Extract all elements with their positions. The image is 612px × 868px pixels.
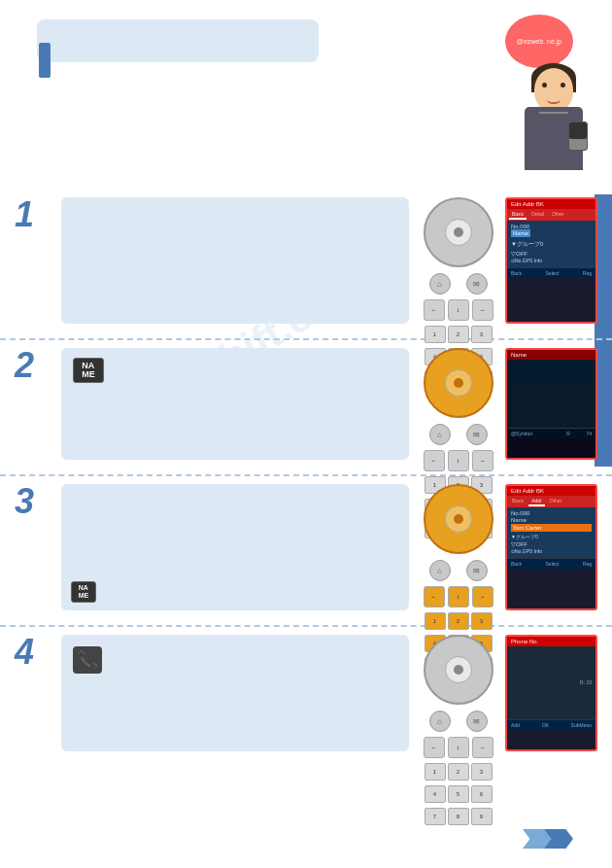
step-1-dpad[interactable] [424, 197, 493, 267]
character-illustration: @ezweb. ne.jp [447, 10, 602, 175]
step-2-name-icon: NAME [73, 358, 104, 383]
char-head [534, 68, 573, 112]
screen-2-header: Name [507, 350, 595, 360]
step-1-content [61, 197, 409, 324]
step-4-keypad-3: 7 8 9 [425, 808, 493, 825]
step-3-section: 3 NAME ⌂ ✉ ← ↕ → 1 2 3 [0, 476, 612, 627]
step-4-controls: ⌂ ✉ ← ↕ → 1 2 3 4 5 6 7 8 9 [417, 635, 499, 825]
screen-4-footer: AddOKSubMenu [507, 719, 595, 730]
screen-3-footer: BackSelectReg [507, 558, 595, 569]
step-1-side-buttons: ⌂ ✉ [429, 273, 488, 295]
header-accent-bar [39, 43, 51, 78]
step-3-content: NAME [61, 484, 409, 610]
side-btn-left[interactable]: ⌂ [429, 273, 451, 295]
character-figure [495, 49, 593, 175]
func-btn-2-2[interactable]: ↕ [448, 450, 469, 471]
screen-1-footer: BackSelectReg [507, 267, 595, 278]
step-4-side-buttons: ⌂ ✉ [429, 711, 488, 732]
step-4-phone-icon: 📞 [73, 646, 102, 674]
step-2-section: 2 NAME ⌂ ✉ ← ↕ → 1 2 3 [0, 340, 612, 476]
step-3-screen: Edit Addr BK Basic Addr Other No.000 Nam… [505, 484, 597, 610]
step-3-name-icon: NAME [71, 581, 96, 603]
func-btn-2-3[interactable]: → [472, 450, 493, 471]
screen-row-group: ▼グループ0 [511, 240, 592, 249]
func-btn-3[interactable]: → [472, 299, 493, 321]
step-3-number: 3 [15, 484, 53, 519]
func-btn-2[interactable]: ↕ [448, 299, 469, 321]
step-1-number: 1 [15, 197, 53, 232]
screen-row-gps: ⊙No.GPS Info [511, 258, 592, 263]
screen-4-header: Phone No. [507, 637, 595, 646]
step-2-dpad[interactable] [424, 348, 493, 418]
step-3-side-buttons: ⌂ ✉ [429, 560, 488, 581]
step-1-screen: Edit Addr BK Basic Detail Other No.000 N… [505, 197, 597, 324]
step-2-func-row: ← ↕ → [424, 450, 493, 471]
step-2-number: 2 [15, 348, 53, 383]
screen-3-input: Tom Carter [511, 524, 592, 532]
side-btn-2-left[interactable]: ⌂ [429, 424, 451, 445]
step-2-screen: Name @SymbolR74 [505, 348, 597, 460]
step-3-dpad[interactable] [424, 484, 493, 554]
step-2-content: NAME [61, 348, 409, 460]
step-2-side-buttons: ⌂ ✉ [429, 424, 488, 445]
step-4-func-row: ← ↕ → [424, 737, 493, 758]
step-3-func-row: ← ↕ → [424, 586, 493, 608]
screen-2-footer: @SymbolR74 [507, 428, 595, 438]
func-btn-2-1[interactable]: ← [424, 450, 445, 471]
side-btn-right[interactable]: ✉ [466, 273, 488, 295]
step-1-section: 1 ⌂ ✉ ← ↕ → 1 2 3 4 5 6 [0, 190, 612, 340]
step-4-number: 4 [15, 635, 53, 670]
func-btn-1[interactable]: ← [424, 299, 445, 321]
screen-row-off: ▽OFF [511, 250, 592, 257]
navigation-arrow[interactable] [523, 829, 573, 849]
screen-row-name: Name [511, 230, 592, 236]
screen-3-header: Edit Addr BK [507, 486, 595, 496]
char-phone-prop [568, 122, 588, 151]
step-4-section: 4 📞 ⌂ ✉ ← ↕ → 1 2 3 [0, 627, 612, 768]
step-4-screen: Phone No. R: 23 AddOKSubMenu [505, 635, 597, 751]
screen-1-header: Edit Addr BK [507, 199, 595, 209]
step-4-dpad[interactable] [424, 635, 493, 705]
step-4-keypad-1: 1 2 3 [425, 763, 493, 781]
step-1-func-row1: ← ↕ → [424, 299, 493, 321]
side-btn-2-right[interactable]: ✉ [466, 424, 488, 445]
header-title-box [37, 19, 319, 62]
step-4-content: 📞 [61, 635, 409, 751]
step-4-keypad-2: 4 5 6 [425, 785, 493, 803]
